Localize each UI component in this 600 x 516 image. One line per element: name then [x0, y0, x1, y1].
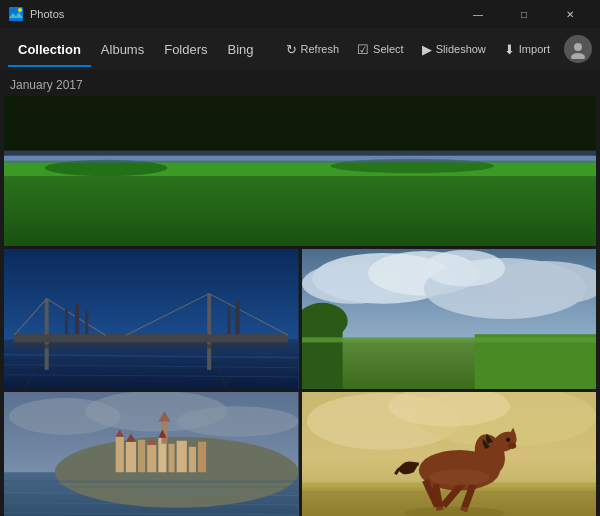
slideshow-icon: ▶: [422, 42, 432, 57]
photo-row-1: [4, 96, 596, 246]
photo-2[interactable]: [4, 249, 299, 389]
slideshow-button[interactable]: ▶ Slideshow: [414, 36, 494, 63]
svg-point-54: [177, 406, 299, 436]
slideshow-label: Slideshow: [436, 43, 486, 55]
svg-rect-59: [147, 445, 156, 472]
nav-items: Collection Albums Folders Bing: [8, 32, 264, 67]
close-button[interactable]: ✕: [548, 0, 592, 28]
photo-5[interactable]: [302, 392, 597, 516]
svg-rect-29: [75, 304, 79, 334]
select-button[interactable]: ☑ Select: [349, 36, 412, 63]
svg-rect-48: [474, 334, 596, 389]
photo-row-2: [4, 249, 596, 389]
svg-point-87: [508, 443, 516, 449]
nav-bing[interactable]: Bing: [218, 32, 264, 67]
refresh-label: Refresh: [301, 43, 340, 55]
minimize-button[interactable]: —: [456, 0, 500, 28]
svg-point-5: [571, 53, 585, 59]
svg-rect-28: [65, 309, 68, 334]
svg-point-42: [423, 250, 504, 287]
svg-rect-57: [126, 442, 136, 472]
select-icon: ☑: [357, 42, 369, 57]
svg-rect-8: [4, 96, 596, 151]
svg-rect-56: [116, 437, 124, 473]
nav-actions: ↻ Refresh ☑ Select ▶ Slideshow ⬇ Import: [278, 35, 592, 63]
svg-point-92: [428, 469, 489, 485]
app-icon: [8, 6, 24, 22]
svg-point-86: [506, 438, 510, 442]
month-label: January 2017: [4, 74, 596, 96]
title-bar-controls: — □ ✕: [456, 0, 592, 28]
nav-folders[interactable]: Folders: [154, 32, 217, 67]
title-bar-left: Photos: [8, 6, 64, 22]
content-area: January 2017: [0, 70, 600, 516]
photo-4[interactable]: [4, 392, 299, 516]
import-label: Import: [519, 43, 550, 55]
svg-rect-61: [169, 444, 175, 472]
app-title: Photos: [30, 8, 64, 20]
svg-point-4: [574, 43, 582, 51]
refresh-button[interactable]: ↻ Refresh: [278, 36, 348, 63]
maximize-button[interactable]: □: [502, 0, 546, 28]
title-bar: Photos — □ ✕: [0, 0, 600, 28]
svg-rect-71: [4, 480, 299, 482]
photo-row-3: [4, 392, 596, 516]
svg-point-3: [18, 8, 22, 12]
import-button[interactable]: ⬇ Import: [496, 36, 558, 63]
photo-1[interactable]: [4, 96, 596, 246]
svg-rect-25: [14, 344, 288, 348]
svg-rect-72: [4, 486, 299, 487]
import-icon: ⬇: [504, 42, 515, 57]
nav-bar: Collection Albums Folders Bing ↻ Refresh…: [0, 28, 600, 70]
svg-rect-31: [227, 307, 230, 334]
svg-rect-13: [4, 151, 596, 163]
svg-rect-58: [138, 440, 145, 472]
svg-rect-64: [198, 442, 206, 472]
photo-3[interactable]: [302, 249, 597, 389]
nav-collection[interactable]: Collection: [8, 32, 91, 67]
nav-albums[interactable]: Albums: [91, 32, 154, 67]
svg-rect-62: [177, 441, 187, 472]
svg-rect-30: [85, 311, 88, 334]
svg-rect-32: [236, 301, 240, 335]
svg-rect-18: [14, 334, 288, 342]
svg-rect-63: [189, 447, 196, 472]
profile-avatar[interactable]: [564, 35, 592, 63]
svg-rect-49: [302, 337, 597, 342]
select-label: Select: [373, 43, 404, 55]
refresh-icon: ↻: [286, 42, 297, 57]
